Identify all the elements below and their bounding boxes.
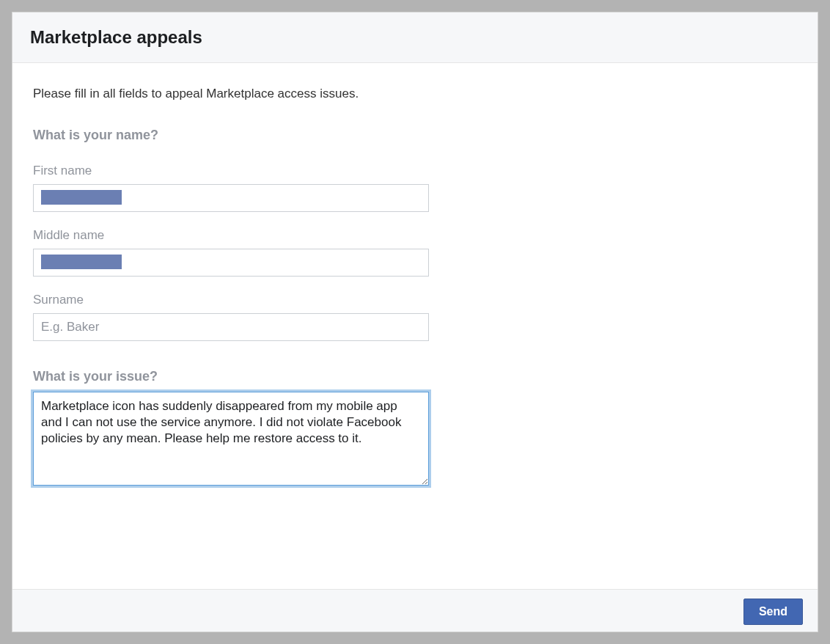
window-footer: Send (12, 589, 818, 632)
issue-textarea[interactable] (33, 392, 429, 486)
redacted-icon (41, 255, 122, 269)
surname-field[interactable] (33, 313, 429, 341)
middle-name-field[interactable] (33, 249, 429, 277)
window-header: Marketplace appeals (12, 12, 818, 63)
surname-group: Surname (33, 293, 797, 341)
form-instructions: Please fill in all fields to appeal Mark… (33, 87, 797, 101)
send-button[interactable]: Send (743, 599, 803, 625)
redacted-icon (41, 190, 122, 205)
middle-name-label: Middle name (33, 228, 797, 243)
appeal-window: Marketplace appeals Please fill in all f… (12, 12, 818, 632)
surname-label: Surname (33, 293, 797, 307)
first-name-label: First name (33, 164, 797, 178)
page-title: Marketplace appeals (30, 27, 800, 48)
issue-section-title: What is your issue? (33, 369, 797, 384)
first-name-field[interactable] (33, 184, 429, 212)
issue-section: What is your issue? (33, 369, 797, 489)
form-content: Please fill in all fields to appeal Mark… (12, 63, 818, 632)
name-section-title: What is your name? (33, 128, 797, 143)
first-name-group: First name (33, 164, 797, 212)
middle-name-group: Middle name (33, 228, 797, 277)
